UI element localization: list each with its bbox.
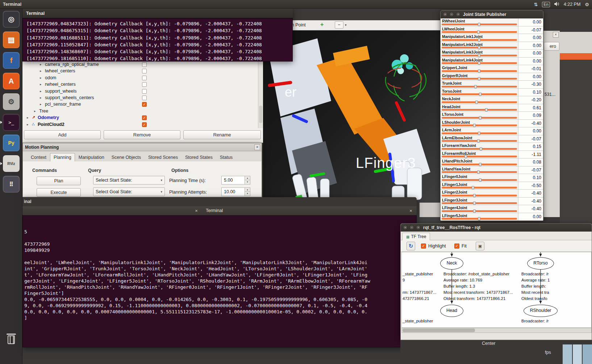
joint-slider[interactable]	[442, 164, 517, 165]
launcher-item-dash[interactable]: ◎	[3, 11, 20, 27]
spin-up-icon[interactable]: ▲	[245, 176, 250, 180]
expand-icon[interactable]: ▸	[40, 69, 42, 73]
joint-slider[interactable]	[442, 179, 517, 181]
launcher-item-system-settings[interactable]: ⚙	[3, 93, 20, 110]
remove-display-button[interactable]: Remove	[104, 130, 180, 139]
joint-slider[interactable]	[442, 171, 517, 173]
joint-slider[interactable]	[442, 101, 517, 103]
tf-node-rtorso[interactable]: RTorso	[527, 257, 554, 270]
tab-manipulation[interactable]: Manipulation	[75, 153, 108, 161]
joint-slider-handle[interactable]	[479, 116, 481, 119]
joint-slider[interactable]	[442, 47, 517, 48]
joint-slider[interactable]	[442, 202, 517, 204]
display-item[interactable]: ▸rwheel_centers	[22, 81, 263, 88]
window-maximize-icon[interactable]: +	[456, 12, 460, 17]
display-item-checkbox[interactable]	[142, 96, 147, 100]
joint-slider[interactable]	[442, 78, 517, 80]
tf-tree-canvas[interactable]: Neck RTorso Head RShoulder _state_publis…	[401, 252, 592, 328]
joint-slider-handle[interactable]	[478, 217, 480, 220]
expand-icon[interactable]: ▸	[40, 63, 42, 66]
display-item-checkbox[interactable]	[142, 69, 147, 73]
joint-slider[interactable]	[442, 124, 517, 126]
display-item[interactable]: ▸odom	[22, 75, 263, 81]
launcher-item-software-center[interactable]: A	[3, 73, 20, 89]
jsp-titlebar[interactable]: × − + Joint State Publisher	[441, 10, 543, 18]
close-icon[interactable]: ×	[254, 144, 260, 150]
tree-scrollbar[interactable]	[258, 62, 263, 128]
window-minimize-icon[interactable]: −	[409, 225, 414, 230]
plan-button[interactable]: Plan	[37, 177, 81, 185]
save-view-button[interactable]: ▣	[476, 242, 484, 250]
display-item-checkbox[interactable]	[142, 76, 147, 80]
display-item-checkbox[interactable]	[142, 82, 147, 87]
joint-slider-handle[interactable]	[485, 108, 488, 111]
expand-icon[interactable]: ▸	[27, 116, 29, 119]
joint-slider[interactable]	[442, 140, 517, 142]
joint-slider[interactable]	[442, 132, 517, 134]
joint-slider-handle[interactable]	[478, 46, 480, 49]
planning-attempts-spinner[interactable]: 10.00 ▲▼	[221, 187, 250, 196]
joint-slider-handle[interactable]	[473, 209, 476, 213]
joint-slider-handle[interactable]	[473, 124, 476, 127]
display-item[interactable]: ▸↗Odometry✓	[22, 115, 263, 121]
joint-slider[interactable]	[442, 156, 517, 157]
launcher-item-firefox[interactable]: f	[3, 52, 20, 69]
tab-planning[interactable]: Planning	[50, 153, 75, 161]
display-item[interactable]: ▸support_wheels_centers	[22, 95, 263, 101]
joint-slider-handle[interactable]	[477, 139, 480, 143]
tf-node-rshoulder[interactable]: RShoulder	[524, 305, 558, 317]
remove-tool-button[interactable]: −	[335, 21, 343, 29]
launcher-item-python[interactable]: Py	[3, 135, 20, 151]
clock[interactable]: 4:22 PM	[564, 2, 581, 7]
start-state-select[interactable]: Select Start State: ▾	[93, 176, 165, 185]
terminal-titlebar-partial[interactable]: inal	[22, 197, 417, 206]
joint-slider-handle[interactable]	[473, 194, 476, 197]
joint-slider-handle[interactable]	[478, 69, 480, 73]
add-display-button[interactable]: Add	[24, 130, 101, 139]
display-item[interactable]: ▸pcl_sensor_frame✓	[22, 101, 263, 108]
joint-slider[interactable]	[442, 187, 517, 189]
joint-slider-handle[interactable]	[478, 62, 480, 65]
joint-slider[interactable]	[442, 210, 517, 212]
joint-slider[interactable]	[442, 86, 517, 88]
joint-slider-handle[interactable]	[478, 54, 480, 57]
volume-icon[interactable]	[554, 1, 559, 8]
display-item-checkbox[interactable]: ✓	[142, 122, 147, 127]
joint-slider[interactable]	[442, 62, 517, 64]
display-item-checkbox[interactable]: ✓	[142, 102, 147, 107]
add-tool-icon[interactable]: +	[320, 21, 324, 28]
expand-icon[interactable]: ▸	[40, 76, 42, 80]
launcher-item-terminal[interactable]: >_	[3, 114, 20, 131]
joint-slider[interactable]	[442, 148, 517, 150]
joint-slider-handle[interactable]	[477, 170, 480, 174]
expand-icon[interactable]: ▸	[40, 102, 42, 106]
display-item[interactable]: ▸∴PointCloud2✓	[22, 122, 263, 128]
joint-slider-handle[interactable]	[475, 101, 478, 104]
terminal-titlebar[interactable]: Terminal	[22, 9, 293, 18]
joint-slider-handle[interactable]	[464, 155, 467, 158]
close-icon[interactable]: ×	[407, 206, 414, 215]
expand-icon[interactable]: ▸	[40, 89, 42, 93]
tool-dropdown-icon[interactable]: ▾	[345, 23, 347, 27]
expand-icon[interactable]: ▸	[34, 109, 36, 113]
tab-stored-states[interactable]: Stored States	[182, 153, 216, 161]
launcher-item-files[interactable]: ▤	[3, 31, 20, 48]
launcher-item-trash[interactable]	[3, 331, 20, 348]
window-close-icon[interactable]: ×	[403, 225, 408, 230]
refresh-button[interactable]: ↻	[407, 242, 415, 250]
highlight-checkbox[interactable]: ✓	[421, 244, 426, 249]
joint-slider-handle[interactable]	[478, 77, 480, 80]
joint-slider-handle[interactable]	[472, 186, 474, 189]
joint-slider-handle[interactable]	[477, 30, 480, 34]
joint-slider-handle[interactable]	[478, 38, 480, 42]
joint-slider[interactable]	[442, 195, 517, 196]
joint-slider[interactable]	[442, 24, 517, 25]
spin-up-icon[interactable]: ▲	[245, 188, 250, 192]
joint-slider-handle[interactable]	[478, 132, 480, 135]
joint-slider[interactable]	[442, 93, 517, 95]
horizontal-scrollbar[interactable]	[401, 328, 592, 333]
joint-slider-handle[interactable]	[479, 178, 481, 182]
terminal-bottom-output[interactable]: 5 473772969109849929 eelJoint', 'LWheelJ…	[22, 215, 417, 347]
display-item[interactable]: ▸Tree	[22, 108, 263, 115]
launcher-item-rviz[interactable]: RViz	[3, 155, 20, 172]
